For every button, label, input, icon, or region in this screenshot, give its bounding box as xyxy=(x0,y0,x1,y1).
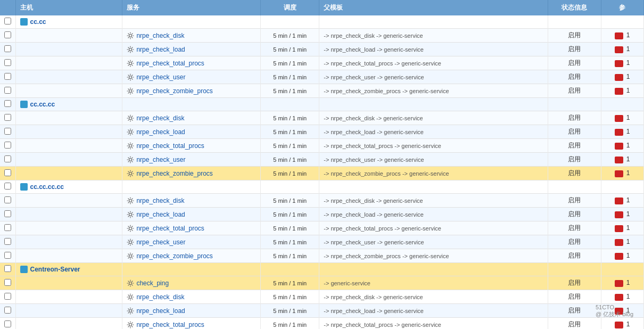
row-checkbox[interactable] xyxy=(4,252,11,259)
host-cell-empty xyxy=(16,84,122,98)
host-cell-empty xyxy=(16,43,122,56)
service-name[interactable]: nrpe_check_load xyxy=(136,211,185,218)
status-cell xyxy=(548,98,601,111)
row-checkbox[interactable] xyxy=(4,293,11,300)
row-checkbox[interactable] xyxy=(4,155,11,162)
row-checkbox[interactable] xyxy=(4,169,11,176)
row-checkbox-cell xyxy=(0,70,16,84)
row-checkbox[interactable] xyxy=(4,279,11,286)
service-name[interactable]: nrpe_check_user xyxy=(136,156,185,163)
host-name[interactable]: Centreon-Server xyxy=(30,266,80,273)
service-name[interactable]: nrpe_check_zombie_procs xyxy=(136,87,212,95)
row-checkbox[interactable] xyxy=(4,320,11,327)
status-cell: 启用 xyxy=(548,70,601,84)
service-name[interactable]: nrpe_check_total_procs xyxy=(136,60,204,67)
row-checkbox-cell xyxy=(0,276,16,290)
service-name[interactable]: nrpe_check_zombie_procs xyxy=(136,252,212,260)
row-checkbox-cell xyxy=(0,111,16,125)
row-checkbox[interactable] xyxy=(4,142,11,149)
service-name[interactable]: nrpe_check_disk xyxy=(136,32,184,39)
service-name[interactable]: check_ping xyxy=(136,279,169,287)
schedule-cell: 5 min / 1 min xyxy=(261,43,319,56)
service-name[interactable]: nrpe_check_zombie_procs xyxy=(136,170,212,177)
ref-count: 1 xyxy=(626,320,630,328)
host-cell-empty xyxy=(16,221,122,235)
row-checkbox[interactable] xyxy=(4,59,11,66)
col-schedule-header: 调度 xyxy=(261,0,319,15)
table-row: nrpe_check_user 5 min / 1 min -> nrpe_ch… xyxy=(0,153,644,167)
row-checkbox[interactable] xyxy=(4,45,11,52)
row-checkbox[interactable] xyxy=(4,265,11,272)
service-name[interactable]: nrpe_check_user xyxy=(136,73,185,81)
template-cell: -> nrpe_check_load -> generic-service xyxy=(319,125,548,139)
row-checkbox[interactable] xyxy=(4,31,11,38)
svg-point-9 xyxy=(129,172,132,175)
service-name[interactable]: nrpe_check_load xyxy=(136,307,185,315)
ref-count: 1 xyxy=(626,59,630,67)
table-row: cc.cc xyxy=(0,15,644,29)
template-cell: -> nrpe_check_zombie_procs -> generic-se… xyxy=(319,249,548,263)
row-checkbox[interactable] xyxy=(4,114,11,121)
row-checkbox[interactable] xyxy=(4,238,11,245)
table-row: nrpe_check_total_procs 5 min / 1 min -> … xyxy=(0,221,644,235)
row-checkbox-cell xyxy=(0,249,16,263)
host-name[interactable]: cc.cc.cc xyxy=(30,101,55,108)
status-cell xyxy=(548,180,601,194)
host-name[interactable]: cc.cc.cc.cc xyxy=(30,183,63,191)
service-name[interactable]: nrpe_check_load xyxy=(136,128,185,136)
schedule-cell: 5 min / 1 min xyxy=(261,84,319,98)
row-checkbox[interactable] xyxy=(4,210,11,217)
row-checkbox-cell xyxy=(0,235,16,249)
row-checkbox[interactable] xyxy=(4,307,11,314)
row-checkbox[interactable] xyxy=(4,128,11,135)
service-name[interactable]: nrpe_check_total_procs xyxy=(136,321,204,328)
ref-cell: 1 xyxy=(601,194,643,208)
template-cell: -> nrpe_check_disk -> generic-service xyxy=(319,111,548,125)
svg-point-12 xyxy=(129,227,132,229)
service-name[interactable]: nrpe_check_total_procs xyxy=(136,225,204,232)
template-cell: -> generic-service xyxy=(319,276,548,290)
row-checkbox[interactable] xyxy=(4,100,11,107)
svg-point-18 xyxy=(129,323,132,326)
template-cell: -> nrpe_check_zombie_procs -> generic-se… xyxy=(319,84,548,98)
service-name[interactable]: nrpe_check_disk xyxy=(136,114,184,122)
row-checkbox[interactable] xyxy=(4,18,11,24)
row-checkbox[interactable] xyxy=(4,183,11,190)
row-checkbox-cell xyxy=(0,221,16,235)
ref-count: 1 xyxy=(626,155,630,163)
status-cell: 启用 xyxy=(548,139,601,153)
table-row: nrpe_check_user 5 min / 1 min -> nrpe_ch… xyxy=(0,235,644,249)
row-checkbox[interactable] xyxy=(4,87,11,94)
row-checkbox-cell xyxy=(0,153,16,167)
service-name[interactable]: nrpe_check_total_procs xyxy=(136,142,204,150)
service-cell: nrpe_check_disk xyxy=(122,29,261,43)
service-name[interactable]: nrpe_check_load xyxy=(136,46,185,53)
schedule-cell: 5 min / 1 min xyxy=(261,221,319,235)
service-name[interactable]: nrpe_check_user xyxy=(136,238,185,246)
ref-cell xyxy=(601,15,643,29)
service-cell xyxy=(122,180,261,194)
svg-point-5 xyxy=(129,117,132,119)
row-checkbox[interactable] xyxy=(4,196,11,203)
host-name[interactable]: cc.cc xyxy=(30,18,46,26)
schedule-cell: 5 min / 1 min xyxy=(261,318,319,330)
row-checkbox[interactable] xyxy=(4,224,11,231)
ref-cell: 1 xyxy=(601,125,643,139)
template-cell xyxy=(319,98,548,111)
service-name[interactable]: nrpe_check_disk xyxy=(136,293,184,301)
svg-point-7 xyxy=(129,144,132,147)
template-cell: -> nrpe_check_total_procs -> generic-ser… xyxy=(319,56,548,70)
host-cell-empty xyxy=(16,153,122,167)
service-name[interactable]: nrpe_check_disk xyxy=(136,197,184,204)
ref-count: 1 xyxy=(626,307,630,314)
status-cell: 启用 xyxy=(548,221,601,235)
template-cell xyxy=(319,15,548,29)
table-body: cc.cc nrpe_check_disk 5 min / 1 min -> n… xyxy=(0,15,644,329)
template-cell: -> nrpe_check_total_procs -> generic-ser… xyxy=(319,139,548,153)
host-cell-empty xyxy=(16,70,122,84)
table-row: cc.cc.cc xyxy=(0,98,644,111)
row-checkbox[interactable] xyxy=(4,73,11,80)
template-cell: -> nrpe_check_zombie_procs -> generic-se… xyxy=(319,167,548,180)
host-cell-empty xyxy=(16,139,122,153)
table-row: nrpe_check_zombie_procs 5 min / 1 min ->… xyxy=(0,84,644,98)
